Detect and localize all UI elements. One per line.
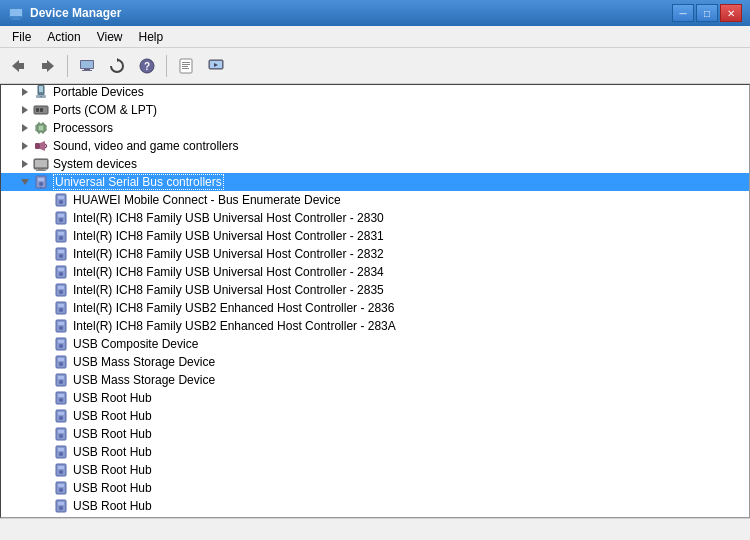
tree-item-huawei[interactable]: HUAWEI Mobile Connect - Bus Enumerate De… [1,191,749,209]
app-icon [8,5,24,21]
back-button[interactable] [4,52,32,80]
expand-icon[interactable] [17,102,33,118]
tree-item-usb_root1[interactable]: USB Root Hub [1,389,749,407]
svg-rect-87 [58,304,64,307]
expand-icon[interactable] [37,354,53,370]
svg-rect-102 [58,394,64,397]
device-icon-device [53,354,69,370]
window-controls: ─ □ ✕ [672,4,742,22]
tree-item-ich8_283a[interactable]: Intel(R) ICH8 Family USB2 Enhanced Host … [1,317,749,335]
tree-item-ich8_2832[interactable]: Intel(R) ICH8 Family USB Universal Host … [1,245,749,263]
svg-rect-105 [58,412,64,415]
expand-icon[interactable] [37,408,53,424]
svg-rect-11 [82,70,92,71]
update-button[interactable] [202,52,230,80]
item-label: HUAWEI Mobile Connect - Bus Enumerate De… [73,193,341,207]
expand-icon[interactable] [17,120,33,136]
title-bar: Device Manager ─ □ ✕ [0,0,750,26]
device-icon-device [53,462,69,478]
tree-item-usb_mass2[interactable]: USB Mass Storage Device [1,371,749,389]
menu-view[interactable]: View [89,28,131,46]
svg-text:?: ? [144,61,150,72]
item-label: Processors [53,121,113,135]
tree-item-usb_root4[interactable]: USB Root Hub [1,443,749,461]
status-bar [0,518,750,540]
tree-item-ich8_2836[interactable]: Intel(R) ICH8 Family USB2 Enhanced Host … [1,299,749,317]
expand-icon[interactable] [37,282,53,298]
tree-item-ports[interactable]: Ports (COM & LPT) [1,101,749,119]
expand-icon[interactable] [37,246,53,262]
device-icon-usb [33,174,49,190]
item-label: Universal Serial Bus controllers [53,174,224,190]
svg-rect-44 [39,126,43,130]
tree-item-ich8_2835[interactable]: Intel(R) ICH8 Family USB Universal Host … [1,281,749,299]
expand-icon[interactable] [17,84,33,100]
svg-rect-41 [44,109,46,111]
menu-action[interactable]: Action [39,28,88,46]
menu-file[interactable]: File [4,28,39,46]
svg-point-70 [59,200,63,204]
svg-point-112 [59,452,63,456]
maximize-button[interactable]: □ [696,4,718,22]
item-label: Sound, video and game controllers [53,139,238,153]
item-label: USB Mass Storage Device [73,355,215,369]
tree-item-usb_root7[interactable]: USB Root Hub [1,497,749,515]
item-label: USB Root Hub [73,499,152,513]
tree-item-usb_composite[interactable]: USB Composite Device [1,335,749,353]
properties-button[interactable] [172,52,200,80]
expand-icon[interactable] [37,264,53,280]
expand-icon[interactable] [37,498,53,514]
expand-icon[interactable] [37,192,53,208]
close-button[interactable]: ✕ [720,4,742,22]
tree-item-system[interactable]: System devices [1,155,749,173]
computer-button[interactable] [73,52,101,80]
expand-icon[interactable] [37,318,53,334]
expand-icon[interactable] [17,156,33,172]
svg-point-115 [59,470,63,474]
expand-icon[interactable] [37,444,53,460]
tree-item-ich8_2834[interactable]: Intel(R) ICH8 Family USB Universal Host … [1,263,749,281]
help-button[interactable]: ? [133,52,161,80]
item-label: USB Root Hub [73,481,152,495]
expand-icon[interactable] [17,138,33,154]
tree-item-usb[interactable]: Universal Serial Bus controllers [1,173,749,191]
tree-item-portable[interactable]: Portable Devices [1,84,749,101]
device-tree[interactable]: Network adapters Portable Devices Ports … [0,84,750,518]
item-label: Intel(R) ICH8 Family USB Universal Host … [73,283,384,297]
expand-icon[interactable] [37,462,53,478]
expand-icon[interactable] [37,390,53,406]
svg-rect-81 [58,268,64,271]
tree-item-usb_root5[interactable]: USB Root Hub [1,461,749,479]
expand-icon[interactable] [37,300,53,316]
device-icon-sound [33,138,49,154]
svg-marker-57 [40,141,45,151]
tree-item-usb_root3[interactable]: USB Root Hub [1,425,749,443]
expand-icon[interactable] [37,228,53,244]
expand-icon[interactable] [37,210,53,226]
svg-marker-42 [22,124,28,132]
expand-icon[interactable] [37,336,53,352]
svg-marker-63 [21,179,29,185]
tree-item-usb_mass1[interactable]: USB Mass Storage Device [1,353,749,371]
expand-icon[interactable] [17,174,33,190]
forward-button[interactable] [34,52,62,80]
expand-icon[interactable] [37,426,53,442]
device-icon-device [53,192,69,208]
tree-item-usb_root2[interactable]: USB Root Hub [1,407,749,425]
item-label: USB Root Hub [73,445,152,459]
expand-icon[interactable] [37,480,53,496]
svg-rect-62 [36,170,46,171]
toolbar-separator-2 [166,55,167,77]
refresh-button[interactable] [103,52,131,80]
svg-point-106 [59,416,63,420]
svg-point-118 [59,488,63,492]
expand-icon[interactable] [37,372,53,388]
svg-rect-39 [36,108,39,112]
minimize-button[interactable]: ─ [672,4,694,22]
tree-item-processors[interactable]: Processors [1,119,749,137]
tree-item-usb_root6[interactable]: USB Root Hub [1,479,749,497]
tree-item-ich8_2830[interactable]: Intel(R) ICH8 Family USB Universal Host … [1,209,749,227]
tree-item-ich8_2831[interactable]: Intel(R) ICH8 Family USB Universal Host … [1,227,749,245]
tree-item-sound[interactable]: Sound, video and game controllers [1,137,749,155]
menu-help[interactable]: Help [131,28,172,46]
